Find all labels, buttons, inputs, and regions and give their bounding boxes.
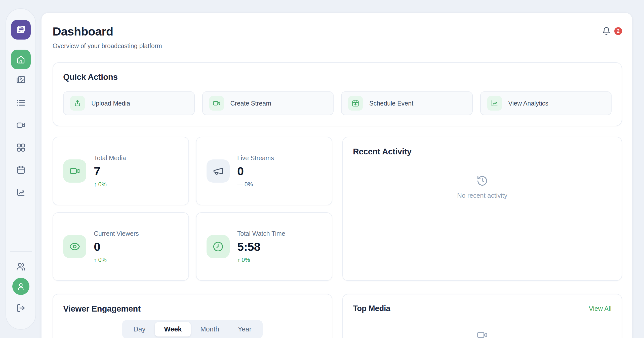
stat-card-live-streams: Live Streams 0 —0% <box>196 137 332 205</box>
stat-card-total-media: Total Media 7 ↑0% <box>53 137 189 205</box>
stat-trend: —0% <box>237 181 274 188</box>
top-media-header: Top Media View All <box>353 304 612 313</box>
bell-icon <box>602 26 611 36</box>
engagement-tabs-wrap: Day Week Month Year <box>63 320 322 338</box>
stat-text: Current Viewers 0 ↑0% <box>94 230 139 263</box>
quick-action-label: Create Stream <box>230 100 271 107</box>
stats-grid: Total Media 7 ↑0% Live Streams 0 —0% <box>53 137 332 281</box>
quick-actions-title: Quick Actions <box>63 72 612 82</box>
stat-text: Live Streams 0 —0% <box>237 154 274 188</box>
stat-label: Total Media <box>94 154 126 162</box>
schedule-event-button[interactable]: Schedule Event <box>341 91 473 115</box>
user-avatar-icon <box>17 282 25 291</box>
sidebar-item-grid[interactable] <box>11 141 31 155</box>
viewer-engagement-title: Viewer Engagement <box>63 304 322 314</box>
engagement-period-tabs: Day Week Month Year <box>122 320 263 338</box>
video-camera-icon <box>63 159 86 183</box>
top-media-empty-state: No media found <box>353 329 612 338</box>
app-logo-button[interactable] <box>11 20 31 40</box>
tab-year[interactable]: Year <box>229 322 261 336</box>
recent-activity-empty-state: No recent activity <box>353 175 612 199</box>
cube-wireframe-icon <box>15 24 27 36</box>
page-header-text: Dashboard Overview of your broadcasting … <box>53 24 162 50</box>
sidebar-divider <box>10 251 32 252</box>
create-stream-button[interactable]: Create Stream <box>202 91 334 115</box>
analytics-chart-icon <box>487 96 502 111</box>
clock-icon <box>207 235 230 258</box>
stat-card-total-watch-time: Total Watch Time 5:58 ↑0% <box>196 212 332 281</box>
stat-value: 0 <box>94 240 139 254</box>
megaphone-icon <box>207 159 230 183</box>
sidebar-item-analytics[interactable] <box>11 185 31 199</box>
tab-week[interactable]: Week <box>155 322 191 336</box>
stat-card-current-viewers: Current Viewers 0 ↑0% <box>53 212 189 281</box>
trend-up-icon: ↑ <box>94 181 97 188</box>
calendar-plus-icon <box>348 96 363 111</box>
sidebar-item-media[interactable] <box>11 73 31 87</box>
eye-icon <box>63 235 86 258</box>
stat-trend: ↑0% <box>94 181 126 188</box>
grid-icon <box>16 143 26 152</box>
sidebar-item-users[interactable] <box>11 259 31 275</box>
trend-up-icon: ↑ <box>237 257 240 263</box>
sidebar-item-list[interactable] <box>11 96 31 110</box>
sidebar-item-home[interactable] <box>11 50 31 69</box>
stat-text: Total Watch Time 5:58 ↑0% <box>237 230 285 263</box>
chart-line-icon <box>16 188 26 197</box>
stat-label: Live Streams <box>237 154 274 162</box>
page-header: Dashboard Overview of your broadcasting … <box>53 24 622 50</box>
sidebar-item-calendar[interactable] <box>11 163 31 177</box>
view-analytics-button[interactable]: View Analytics <box>480 91 612 115</box>
sidebar-bottom-group <box>10 251 32 316</box>
calendar-icon <box>16 165 26 175</box>
stat-trend: ↑0% <box>237 257 285 263</box>
viewer-engagement-panel: Viewer Engagement Day Week Month Year <box>53 294 332 338</box>
stat-value: 0 <box>237 164 274 178</box>
quick-action-label: Schedule Event <box>369 100 413 107</box>
home-icon <box>16 55 26 64</box>
quick-action-label: Upload Media <box>91 100 130 107</box>
stat-trend: ↑0% <box>94 257 139 263</box>
quick-actions-grid: Upload Media Create Stream <box>63 91 612 115</box>
page-subtitle: Overview of your broadcasting platform <box>53 42 162 50</box>
images-icon <box>16 76 26 85</box>
notification-count-badge: 2 <box>614 27 622 35</box>
sidebar <box>6 8 36 330</box>
page-title: Dashboard <box>53 24 162 38</box>
tab-month[interactable]: Month <box>191 322 228 336</box>
video-icon <box>16 120 26 130</box>
trend-flat-icon: — <box>237 181 243 188</box>
stat-value: 5:58 <box>237 240 285 254</box>
quick-actions-section: Quick Actions Upload Media <box>53 62 622 126</box>
video-camera-icon <box>476 329 488 338</box>
tab-day[interactable]: Day <box>124 322 154 336</box>
sidebar-item-logout[interactable] <box>11 300 31 316</box>
view-all-link[interactable]: View All <box>589 305 612 313</box>
history-icon <box>476 175 488 187</box>
stat-label: Current Viewers <box>94 230 139 237</box>
stat-value: 7 <box>94 164 126 178</box>
stat-text: Total Media 7 ↑0% <box>94 154 126 188</box>
sidebar-item-video[interactable] <box>11 118 31 132</box>
video-camera-icon <box>209 96 224 111</box>
trend-up-icon: ↑ <box>94 257 97 263</box>
users-icon <box>16 262 25 271</box>
list-icon <box>16 98 26 108</box>
user-avatar[interactable] <box>12 278 29 295</box>
main-content: Dashboard Overview of your broadcasting … <box>41 12 633 338</box>
stat-label: Total Watch Time <box>237 230 285 237</box>
top-media-panel: Top Media View All No media found <box>342 294 622 338</box>
quick-action-label: View Analytics <box>508 100 548 107</box>
recent-activity-panel: Recent Activity No recent activity <box>342 137 622 281</box>
upload-icon <box>70 96 85 111</box>
logout-icon <box>16 303 25 313</box>
notifications-button[interactable]: 2 <box>602 26 622 36</box>
upload-media-button[interactable]: Upload Media <box>63 91 195 115</box>
recent-activity-empty-text: No recent activity <box>457 192 507 199</box>
recent-activity-title: Recent Activity <box>353 147 612 156</box>
top-media-title: Top Media <box>353 304 390 313</box>
